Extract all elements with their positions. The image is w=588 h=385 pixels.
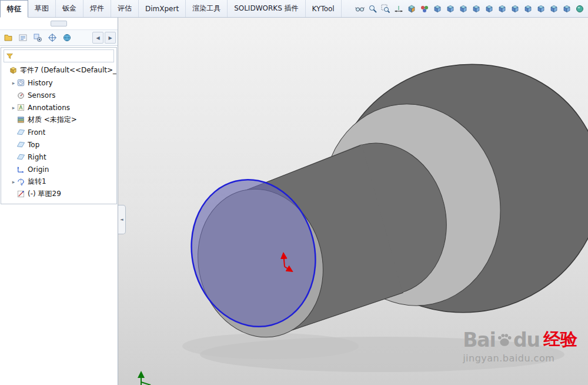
tree-item-label: Top bbox=[28, 141, 39, 149]
appearance-icon[interactable] bbox=[419, 2, 430, 15]
tab-dimxpert[interactable]: DimXpert bbox=[139, 0, 186, 17]
expand-arrow-icon[interactable]: ▸ bbox=[11, 80, 16, 86]
panel-collapse-button[interactable]: ◄ bbox=[118, 205, 126, 234]
annotations-icon bbox=[16, 103, 25, 112]
dimxpert-manager-icon[interactable] bbox=[46, 31, 59, 44]
view-top-icon[interactable] bbox=[483, 2, 495, 15]
tree-item-label: 旋转1 bbox=[28, 177, 46, 187]
tree-item-part-root[interactable]: 零件7 (Default<<Default>_ bbox=[1, 64, 116, 77]
view-orientation-icon[interactable] bbox=[561, 2, 572, 15]
tree-item-label: 材质 <未指定> bbox=[28, 115, 77, 125]
feature-manager-panel: ◀ ▶ 零件7 (Default<<Default>_ ▸ History Se bbox=[0, 18, 118, 385]
splitter-grip-icon[interactable] bbox=[51, 21, 67, 26]
tab-label: 草图 bbox=[35, 4, 49, 14]
view-left-icon[interactable] bbox=[457, 2, 469, 15]
tree-item-label: 零件7 (Default<<Default>_ bbox=[20, 65, 116, 75]
watermark: Bai du 经验 jingyan.baidu.com bbox=[463, 328, 577, 364]
baidu-paw-icon bbox=[497, 332, 512, 347]
tab-sheet-metal[interactable]: 钣金 bbox=[56, 0, 83, 17]
tree-item-right-plane[interactable]: Right bbox=[1, 151, 116, 163]
feature-tree-box: 零件7 (Default<<Default>_ ▸ History Sensor… bbox=[1, 47, 117, 204]
feature-tree: 零件7 (Default<<Default>_ ▸ History Sensor… bbox=[1, 64, 116, 200]
tree-item-top-plane[interactable]: Top bbox=[1, 138, 116, 151]
tab-label: KYTool bbox=[312, 5, 335, 13]
view-front-icon[interactable] bbox=[432, 2, 443, 15]
view-trimetric-icon[interactable] bbox=[535, 2, 546, 15]
tree-filter bbox=[4, 49, 114, 62]
watermark-brand-cn: 经验 bbox=[543, 328, 577, 351]
tab-sketch[interactable]: 草图 bbox=[28, 0, 56, 17]
zoom-to-fit-icon[interactable] bbox=[367, 2, 378, 15]
view-right-icon[interactable] bbox=[470, 2, 482, 15]
watermark-brand-suffix: du bbox=[513, 328, 540, 351]
panel-prev-button[interactable]: ◀ bbox=[92, 32, 103, 44]
plane-icon bbox=[16, 152, 25, 161]
plane-icon bbox=[16, 128, 25, 137]
sensors-icon bbox=[16, 91, 25, 99]
tab-kytool[interactable]: KYTool bbox=[306, 0, 342, 17]
tab-solidworks-addins[interactable]: SOLIDWORKS 插件 bbox=[228, 0, 305, 17]
tab-label: 渲染工具 bbox=[192, 4, 220, 14]
plane-icon bbox=[16, 140, 25, 149]
measure-icon[interactable] bbox=[354, 2, 365, 15]
feature-tree-icon[interactable] bbox=[2, 31, 15, 44]
view-back-icon[interactable] bbox=[445, 2, 456, 15]
tab-label: SOLIDWORKS 插件 bbox=[234, 4, 298, 14]
tab-label: 评估 bbox=[118, 4, 132, 14]
revolve-icon bbox=[16, 177, 25, 186]
tree-item-label: Sensors bbox=[28, 91, 55, 99]
panel-tab-toolbar: ◀ ▶ bbox=[0, 29, 118, 46]
panel-splitter[interactable] bbox=[0, 18, 118, 29]
section-view-icon[interactable] bbox=[406, 2, 417, 15]
tree-item-sketch29[interactable]: (-) 草图29 bbox=[1, 188, 116, 200]
material-icon bbox=[16, 115, 25, 124]
property-manager-icon[interactable] bbox=[16, 31, 29, 44]
view-bottom-icon[interactable] bbox=[496, 2, 507, 15]
tab-label: 特征 bbox=[7, 4, 21, 14]
view-normal-icon[interactable] bbox=[548, 2, 559, 15]
tab-label: 焊件 bbox=[90, 4, 104, 14]
tree-item-label: Annotations bbox=[28, 104, 70, 112]
tree-item-origin[interactable]: Origin bbox=[1, 163, 116, 175]
display-manager-icon[interactable] bbox=[61, 31, 74, 44]
view-heads-up-toolbar bbox=[351, 0, 588, 17]
graphics-viewport[interactable]: ◄ Bai du 经验 jingyan.baidu.com bbox=[118, 18, 588, 385]
view-isometric-icon[interactable] bbox=[509, 2, 520, 15]
tab-evaluate[interactable]: 评估 bbox=[111, 0, 139, 17]
watermark-url: jingyan.baidu.com bbox=[463, 353, 577, 364]
origin-icon bbox=[16, 165, 25, 174]
tree-item-history[interactable]: ▸ History bbox=[1, 77, 116, 89]
tab-label: DimXpert bbox=[145, 5, 179, 13]
filter-funnel-icon bbox=[6, 52, 14, 60]
zoom-area-icon[interactable] bbox=[380, 2, 391, 15]
tree-item-sensors[interactable]: Sensors bbox=[1, 89, 116, 101]
tree-item-label: Right bbox=[28, 153, 46, 161]
tab-render-tools[interactable]: 渲染工具 bbox=[186, 0, 228, 17]
tree-item-label: (-) 草图29 bbox=[28, 189, 61, 199]
tab-weldments[interactable]: 焊件 bbox=[83, 0, 111, 17]
dimension-icon[interactable] bbox=[393, 2, 404, 15]
tree-item-label: History bbox=[28, 79, 53, 87]
ribbon-tab-bar: 特征 草图 钣金 焊件 评估 DimXpert 渲染工具 SOLIDWORKS … bbox=[0, 0, 588, 18]
tab-label: 钣金 bbox=[62, 4, 76, 14]
tree-item-revolve1[interactable]: ▸ 旋转1 bbox=[1, 175, 116, 188]
shaded-view-icon[interactable] bbox=[574, 2, 585, 15]
sketch-icon bbox=[16, 190, 25, 198]
panel-next-button[interactable]: ▶ bbox=[105, 32, 116, 44]
view-dimetric-icon[interactable] bbox=[522, 2, 533, 15]
configuration-icon[interactable] bbox=[31, 31, 44, 44]
tree-item-material[interactable]: 材质 <未指定> bbox=[1, 114, 116, 126]
tree-filter-input[interactable] bbox=[15, 52, 112, 61]
tab-features[interactable]: 特征 bbox=[0, 0, 28, 18]
tree-item-label: Front bbox=[28, 128, 45, 137]
coordinate-triad-icon bbox=[141, 372, 151, 385]
expand-arrow-icon[interactable]: ▸ bbox=[11, 105, 16, 111]
expand-arrow-icon[interactable]: ▸ bbox=[11, 179, 16, 185]
part-icon bbox=[9, 66, 18, 75]
watermark-brand-prefix: Bai bbox=[463, 328, 496, 351]
tree-item-front-plane[interactable]: Front bbox=[1, 126, 116, 138]
tree-item-annotations[interactable]: ▸ Annotations bbox=[1, 101, 116, 114]
tree-item-label: Origin bbox=[28, 165, 49, 174]
history-icon bbox=[16, 78, 25, 87]
